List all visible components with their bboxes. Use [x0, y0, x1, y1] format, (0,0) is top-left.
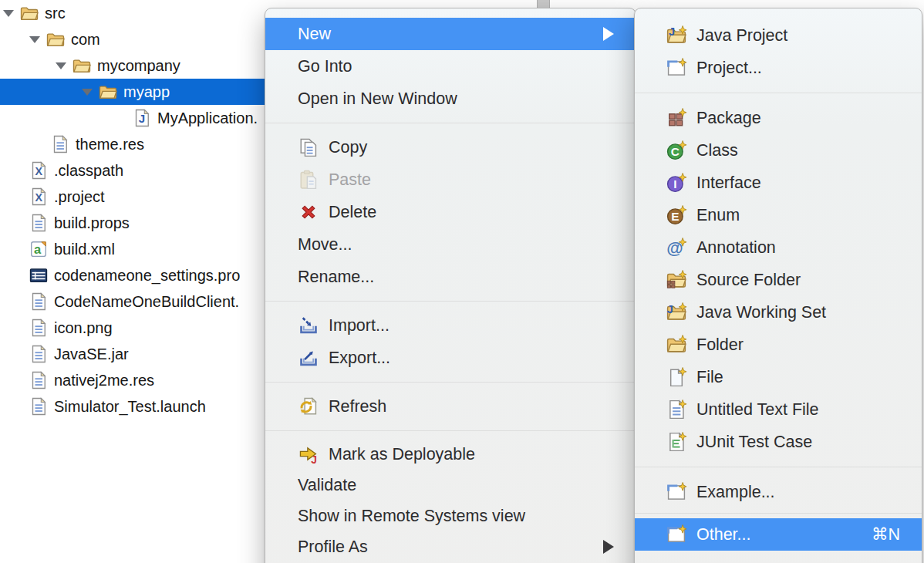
copy-icon: [298, 137, 319, 158]
menu-item-rename[interactable]: Rename...: [265, 261, 636, 293]
document-icon: [29, 345, 48, 363]
new-file-icon: [666, 367, 686, 388]
disclosure-triangle-icon[interactable]: [3, 10, 14, 17]
document-icon: [29, 397, 48, 416]
menu-item-open-in-new-window[interactable]: Open in New Window: [265, 83, 636, 115]
tree-item-build-xml[interactable]: build.xml: [0, 236, 266, 262]
submenu-item-junit-test-case[interactable]: JUnit Test Case: [635, 426, 922, 458]
java-project-icon: [666, 25, 686, 46]
tree-item-src[interactable]: src: [0, 0, 266, 26]
submenu-item-class[interactable]: Class: [635, 134, 922, 167]
submenu-item-enum[interactable]: Enum: [635, 199, 922, 231]
submenu-item-project[interactable]: Project...: [635, 52, 922, 84]
class-icon: [666, 140, 686, 161]
submenu-item-package[interactable]: Package: [635, 102, 922, 134]
properties-table-icon: [29, 266, 48, 285]
document-icon: [29, 214, 48, 232]
menu-separator: [265, 382, 636, 383]
menu-item-move[interactable]: Move...: [265, 228, 636, 261]
document-icon: [29, 319, 48, 337]
enum-icon: [666, 205, 686, 226]
document-icon: [51, 135, 69, 153]
menu-item-validate[interactable]: Validate: [265, 470, 636, 501]
xml-file-icon: [29, 161, 48, 180]
tree-item-label: icon.png: [54, 315, 113, 341]
menu-item-profile-as[interactable]: Profile As: [265, 531, 636, 562]
delete-icon: [298, 202, 319, 223]
java-working-set-icon: [666, 302, 686, 323]
source-folder-icon: [666, 270, 686, 291]
menu-item-refresh[interactable]: Refresh: [265, 390, 636, 423]
submenu-item-untitled-text-file[interactable]: Untitled Text File: [635, 393, 922, 426]
menu-separator: [265, 123, 636, 123]
menu-item-export[interactable]: Export...: [265, 342, 636, 374]
tree-item-project[interactable]: .project: [0, 184, 266, 210]
menu-item-go-into[interactable]: Go Into: [265, 50, 636, 83]
package-explorer-tree: src com mycompany myapp MyApplication. t…: [0, 0, 266, 563]
new-window-icon: [666, 482, 686, 503]
tree-item-theme-res[interactable]: theme.res: [0, 131, 266, 157]
disclosure-triangle-icon[interactable]: [56, 62, 66, 69]
submenu-item-source-folder[interactable]: Source Folder: [635, 264, 922, 296]
tree-item-javase-jar[interactable]: JavaSE.jar: [0, 341, 266, 367]
tree-item-nativej2me-res[interactable]: nativej2me.res: [0, 367, 266, 393]
menu-item-mark-as-deployable[interactable]: Mark as Deployable: [265, 439, 636, 470]
document-icon: [29, 371, 48, 389]
tree-item-label: MyApplication.: [157, 105, 258, 131]
menu-item-import[interactable]: Import...: [265, 309, 636, 342]
submenu-item-example[interactable]: Example...: [635, 476, 922, 508]
submenu-item-java-project[interactable]: Java Project: [635, 19, 922, 52]
tree-item-icon-png[interactable]: icon.png: [0, 315, 266, 341]
tree-item-classpath[interactable]: .classpath: [0, 157, 266, 184]
menu-separator: [265, 301, 636, 302]
text-file-icon: [666, 399, 686, 420]
submenu-item-folder[interactable]: Folder: [635, 329, 922, 361]
junit-icon: [666, 432, 686, 453]
new-submenu: Java Project Project... Package Class In…: [634, 8, 922, 563]
tree-item-label: src: [45, 0, 66, 26]
tree-item-mycompany[interactable]: mycompany: [0, 52, 266, 79]
tree-item-label: CodeNameOneBuildClient.: [54, 288, 239, 315]
menu-separator: [635, 93, 922, 93]
submenu-item-other[interactable]: Other... ⌘N: [635, 518, 922, 551]
menu-item-new[interactable]: New: [265, 18, 636, 50]
tree-item-simulator-test-launch[interactable]: Simulator_Test.launch: [0, 393, 266, 420]
tree-item-myapp[interactable]: myapp: [0, 79, 266, 105]
tree-item-label: build.xml: [54, 236, 115, 262]
disclosure-triangle-icon[interactable]: [82, 89, 93, 96]
tree-item-label: theme.res: [76, 131, 144, 157]
eclipse-window: src com mycompany myapp MyApplication. t…: [0, 0, 924, 563]
submenu-arrow-icon: [603, 27, 614, 41]
tree-item-label: nativej2me.res: [54, 367, 154, 393]
folder-icon: [99, 83, 117, 101]
menu-item-show-in-remote-systems-view[interactable]: Show in Remote Systems view: [265, 501, 636, 531]
menu-separator: [635, 467, 922, 467]
tree-item-label: myapp: [123, 79, 170, 105]
new-window-icon: [666, 524, 686, 545]
submenu-item-annotation[interactable]: Annotation: [635, 231, 922, 264]
tree-item-label: JavaSE.jar: [54, 341, 129, 367]
tree-item-com[interactable]: com: [0, 26, 266, 52]
xml-file-icon: [29, 187, 48, 206]
tree-item-label: .project: [54, 184, 105, 210]
refresh-icon: [298, 396, 319, 417]
submenu-item-java-working-set[interactable]: Java Working Set: [635, 296, 922, 329]
folder-icon: [20, 4, 39, 22]
menu-separator: [635, 513, 922, 514]
submenu-item-file[interactable]: File: [635, 361, 922, 393]
deploy-icon: [298, 444, 319, 465]
folder-icon: [46, 30, 65, 49]
package-icon: [666, 108, 686, 129]
tree-item-myapplication[interactable]: MyApplication.: [0, 105, 266, 131]
menu-separator: [265, 430, 636, 431]
disclosure-triangle-icon[interactable]: [29, 36, 40, 43]
menu-item-copy[interactable]: Copy: [265, 131, 636, 164]
menu-item-delete[interactable]: Delete: [265, 196, 636, 228]
tree-item-codenameone-settings[interactable]: codenameone_settings.pro: [0, 262, 266, 288]
tree-item-build-props[interactable]: build.props: [0, 210, 266, 236]
tree-item-label: mycompany: [97, 52, 180, 79]
submenu-item-interface[interactable]: Interface: [635, 167, 922, 199]
keyboard-shortcut: ⌘N: [872, 524, 900, 544]
submenu-arrow-icon: [603, 540, 614, 554]
tree-item-codenameone-buildclient[interactable]: CodeNameOneBuildClient.: [0, 288, 266, 315]
